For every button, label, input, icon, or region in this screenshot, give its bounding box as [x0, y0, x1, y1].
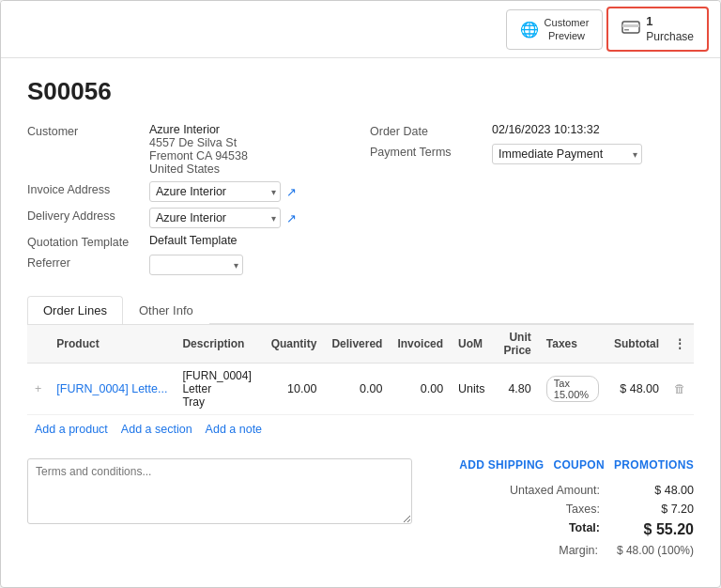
col-header-product: Product: [49, 325, 175, 364]
invoice-address-select[interactable]: Azure Interior: [149, 181, 281, 202]
row-add-icon: +: [27, 364, 49, 415]
purchase-button[interactable]: 1 Purchase: [606, 7, 709, 52]
delivery-address-label: Delivery Address: [27, 208, 149, 223]
taxes-row: Taxes: $ 7.20: [431, 500, 694, 518]
tax-badge[interactable]: Tax 15.00%: [546, 376, 599, 402]
referrer-row: Referrer: [27, 255, 351, 275]
row-subtotal: $ 48.00: [606, 364, 667, 415]
tab-order-lines[interactable]: Order Lines: [27, 296, 123, 324]
tabs: Order Lines Other Info: [27, 296, 694, 324]
customer-field-row: Customer Azure Interior 4557 De Silva St…: [27, 123, 351, 176]
purchase-label: Purchase: [646, 30, 694, 45]
untaxed-value: $ 48.00: [619, 484, 694, 497]
col-header-description: Description: [175, 325, 263, 364]
bottom-section: ADD SHIPPING COUPON PROMOTIONS Untaxed A…: [27, 458, 694, 560]
order-date-row: Order Date 02/16/2023 10:13:32: [370, 123, 694, 138]
col-header-taxes: Taxes: [539, 325, 606, 364]
customer-address1: 4557 De Silva St: [149, 136, 248, 149]
col-header-subtotal: Subtotal: [606, 325, 667, 364]
main-content: S00056 Customer Azure Interior 4557 De S…: [1, 58, 720, 587]
credit-card-icon: [621, 21, 640, 38]
customer-name-link[interactable]: Azure Interior: [149, 123, 220, 136]
totals-actions: ADD SHIPPING COUPON PROMOTIONS: [431, 458, 694, 472]
customer-address2: Fremont CA 94538: [149, 149, 248, 162]
customer-label: Customer: [27, 123, 149, 138]
quotation-template-row: Quotation Template Default Template: [27, 234, 351, 249]
order-date-value: 02/16/2023 10:13:32: [492, 123, 600, 136]
col-header-quantity: Quantity: [264, 325, 325, 364]
quotation-template-value: Default Template: [149, 234, 238, 247]
promotions-button[interactable]: PROMOTIONS: [614, 458, 694, 472]
row-uom: Units: [451, 364, 492, 415]
row-product[interactable]: [FURN_0004] Lette...: [49, 364, 175, 415]
add-product-link[interactable]: Add a product: [35, 423, 108, 436]
add-note-link[interactable]: Add a note: [206, 423, 262, 436]
invoice-address-label: Invoice Address: [27, 181, 149, 196]
svg-rect-1: [622, 24, 639, 27]
col-header-more: ⋮: [667, 325, 694, 364]
add-links: Add a product Add a section Add a note: [27, 415, 694, 443]
customer-value: Azure Interior 4557 De Silva St Fremont …: [149, 123, 248, 176]
customer-address3: United States: [149, 162, 248, 176]
row-tax: Tax 15.00%: [539, 364, 606, 415]
order-title: S00056: [27, 77, 694, 106]
totals-section: ADD SHIPPING COUPON PROMOTIONS Untaxed A…: [431, 458, 694, 560]
taxes-label: Taxes:: [431, 503, 619, 516]
invoice-address-external-link[interactable]: ↗: [286, 185, 297, 199]
row-delete[interactable]: 🗑: [667, 364, 694, 415]
customer-preview-label: Customer Preview: [545, 16, 590, 43]
margin-value: $ 48.00 (100%): [617, 544, 694, 557]
payment-terms-label: Payment Terms: [370, 144, 492, 159]
add-section-link[interactable]: Add a section: [121, 423, 192, 436]
coupon-button[interactable]: COUPON: [554, 458, 605, 472]
col-header-unit-price: Unit Price: [493, 325, 539, 364]
terms-box: [27, 458, 412, 560]
untaxed-label: Untaxed Amount:: [431, 484, 619, 497]
delivery-address-external-link[interactable]: ↗: [286, 211, 297, 225]
row-description: [FURN_0004] Letter Tray: [175, 364, 263, 415]
referrer-label: Referrer: [27, 255, 149, 270]
payment-terms-row: Payment Terms Immediate Payment: [370, 144, 694, 164]
margin-row: Margin: $ 48.00 (100%): [431, 541, 694, 560]
payment-terms-select[interactable]: Immediate Payment: [492, 144, 642, 164]
add-shipping-button[interactable]: ADD SHIPPING: [459, 458, 544, 472]
top-bar: 🌐 Customer Preview 1 Purchase: [1, 1, 720, 58]
form-grid: Customer Azure Interior 4557 De Silva St…: [27, 123, 694, 281]
purchase-count: 1: [646, 14, 652, 30]
globe-icon: 🌐: [520, 21, 539, 39]
referrer-select[interactable]: [149, 255, 243, 275]
order-date-label: Order Date: [370, 123, 492, 138]
delivery-address-select[interactable]: Azure Interior: [149, 208, 281, 228]
row-delivered[interactable]: 0.00: [324, 364, 390, 415]
col-header-invoiced: Invoiced: [390, 325, 451, 364]
total-row: Total: $ 55.20: [431, 518, 694, 541]
delivery-address-row: Delivery Address Azure Interior ↗: [27, 208, 351, 228]
terms-textarea[interactable]: [27, 458, 412, 524]
quotation-template-label: Quotation Template: [27, 234, 149, 249]
svg-rect-2: [624, 29, 629, 31]
customer-preview-button[interactable]: 🌐 Customer Preview: [506, 9, 604, 50]
total-value: $ 55.20: [619, 521, 694, 538]
col-header-delivered: Delivered: [324, 325, 390, 364]
untaxed-row: Untaxed Amount: $ 48.00: [431, 481, 694, 500]
table-header-row: Product Description Quantity Delivered I…: [27, 325, 694, 364]
invoice-address-row: Invoice Address Azure Interior ↗: [27, 181, 351, 202]
taxes-value: $ 7.20: [619, 503, 694, 516]
row-quantity[interactable]: 10.00: [264, 364, 325, 415]
total-label: Total:: [431, 521, 619, 538]
tab-other-info[interactable]: Other Info: [123, 296, 209, 324]
col-header-uom: UoM: [451, 325, 492, 364]
row-unit-price[interactable]: 4.80: [493, 364, 539, 415]
table-row: + [FURN_0004] Lette... [FURN_0004] Lette…: [27, 364, 694, 415]
margin-label: Margin:: [431, 544, 617, 557]
order-table: Product Description Quantity Delivered I…: [27, 324, 694, 415]
row-invoiced: 0.00: [390, 364, 451, 415]
